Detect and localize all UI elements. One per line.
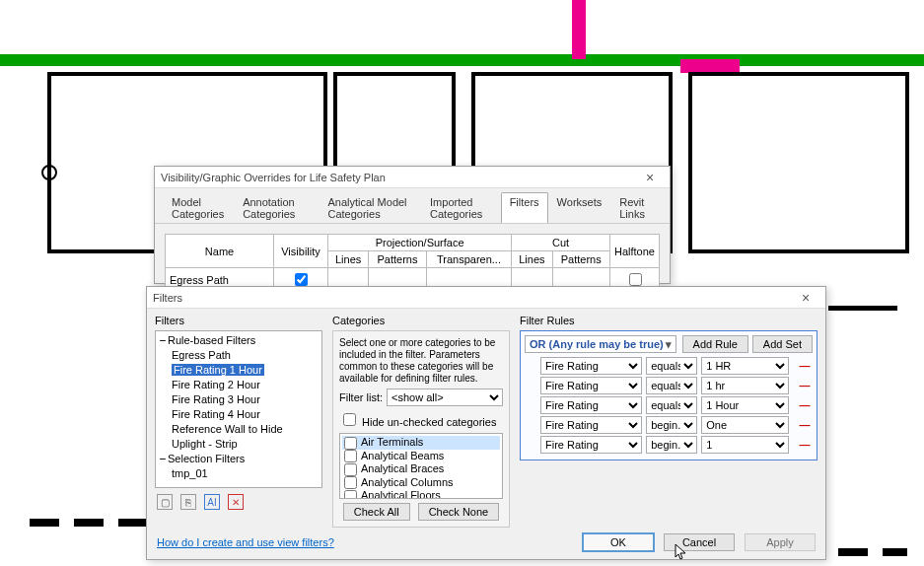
categories-list[interactable]: Air Terminals Analytical Beams Analytica… <box>339 433 503 499</box>
help-link[interactable]: How do I create and use view filters? <box>157 536 334 548</box>
tab-analytical-model-categories[interactable]: Analytical Model Categories <box>319 192 421 223</box>
vg-overrides-dialog: Visibility/Graphic Overrides for Life Sa… <box>154 166 671 284</box>
categories-panel-title: Categories <box>332 315 510 326</box>
vg-tab-row: Model Categories Annotation Categories A… <box>155 188 670 224</box>
tree-item[interactable]: Egress Path <box>172 348 320 363</box>
check-all-button[interactable]: Check All <box>343 503 410 521</box>
tab-filters[interactable]: Filters <box>501 192 548 223</box>
tree-item[interactable]: Fire Rating 2 Hour <box>172 378 320 392</box>
rule-field-select[interactable]: Fire Rating <box>540 357 642 375</box>
toolbar-copy-icon[interactable]: ⎘ <box>180 494 196 510</box>
hide-unchecked-label: Hide un-checked categories <box>362 416 496 428</box>
tab-worksets[interactable]: Worksets <box>548 192 611 223</box>
rule-row: Fire Ratingbegin...One— <box>540 416 813 434</box>
col-projection: Projection/Surface <box>328 235 512 251</box>
vg-dialog-title: Visibility/Graphic Overrides for Life Sa… <box>161 172 386 183</box>
rule-delete-icon[interactable]: — <box>797 439 813 451</box>
apply-button[interactable]: Apply <box>745 533 816 551</box>
vg-close-button[interactable]: × <box>636 170 664 185</box>
rule-op-select[interactable]: equals <box>646 357 697 375</box>
tab-revit-links[interactable]: Revit Links <box>610 192 662 223</box>
category-item[interactable]: Analytical Columns <box>342 476 500 490</box>
tab-annotation-categories[interactable]: Annotation Categories <box>234 192 319 223</box>
category-item[interactable]: Air Terminals <box>342 436 500 450</box>
check-none-button[interactable]: Check None <box>418 503 500 521</box>
ok-button[interactable]: OK <box>583 533 654 551</box>
tree-item-selected[interactable]: Fire Rating 1 Hour <box>172 364 264 376</box>
rule-field-select[interactable]: Fire Rating <box>540 416 642 434</box>
tree-rule-based[interactable]: Rule-based Filters <box>168 334 255 346</box>
col-proj-transparency: Transparen... <box>426 251 512 268</box>
row-halftone-check[interactable] <box>629 273 642 286</box>
rules-panel-title: Filter Rules <box>520 315 817 326</box>
rule-delete-icon[interactable]: — <box>797 399 813 411</box>
tab-imported-categories[interactable]: Imported Categories <box>421 192 501 223</box>
toolbar-new-icon[interactable]: ▢ <box>157 494 173 510</box>
rule-value-select[interactable]: 1 <box>701 436 789 454</box>
tree-item[interactable]: tmp_01 <box>172 466 320 481</box>
rule-op-select[interactable]: begin... <box>646 436 697 454</box>
tree-item[interactable]: Fire Rating 4 Hour <box>172 407 320 422</box>
tree-item[interactable]: Reference Wall to Hide <box>172 422 320 437</box>
rule-field-select[interactable]: Fire Rating <box>540 396 642 414</box>
toolbar-rename-icon[interactable]: AI <box>204 494 220 510</box>
rule-delete-icon[interactable]: — <box>797 360 813 372</box>
category-item[interactable]: Analytical Braces <box>342 462 500 476</box>
rule-op-select[interactable]: equals <box>646 396 697 414</box>
rule-delete-icon[interactable]: — <box>797 419 813 431</box>
rule-row: Fire Ratingequals1 HR— <box>540 357 813 375</box>
svg-rect-1 <box>0 54 924 66</box>
svg-rect-3 <box>680 59 740 73</box>
filter-list-select[interactable]: <show all> <box>387 389 503 406</box>
svg-rect-12 <box>828 306 897 311</box>
add-rule-button[interactable]: Add Rule <box>682 335 748 353</box>
rule-value-select[interactable]: One <box>701 416 789 434</box>
tab-model-categories[interactable]: Model Categories <box>163 192 234 223</box>
filter-list-label: Filter list: <box>339 391 383 403</box>
rule-value-select[interactable]: 1 HR <box>701 357 789 375</box>
tree-selection-filters[interactable]: Selection Filters <box>168 453 245 464</box>
rule-field-select[interactable]: Fire Rating <box>540 377 642 394</box>
rule-op-select[interactable]: begin... <box>646 416 697 434</box>
col-proj-patterns: Patterns <box>369 251 426 268</box>
col-name: Name <box>166 235 274 268</box>
rule-value-select[interactable]: 1 hr <box>701 377 789 394</box>
rule-row: Fire Ratingbegin...1— <box>540 436 813 454</box>
rule-delete-icon[interactable]: — <box>797 380 813 391</box>
filters-close-button[interactable]: × <box>792 290 819 306</box>
hide-unchecked-check[interactable]: Hide un-checked categories <box>339 410 503 429</box>
rule-value-select[interactable]: 1 Hour <box>701 396 789 414</box>
rule-field-select[interactable]: Fire Rating <box>540 436 642 454</box>
col-cut: Cut <box>512 235 610 251</box>
svg-rect-2 <box>572 0 586 59</box>
category-item[interactable]: Analytical Beams <box>342 450 500 463</box>
row-visibility-check[interactable] <box>295 273 308 286</box>
col-cut-patterns: Patterns <box>552 251 609 268</box>
col-visibility: Visibility <box>274 235 328 268</box>
rule-row: Fire Ratingequals1 Hour— <box>540 396 813 414</box>
rule-set-select[interactable]: OR (Any rule may be true) ▾ <box>525 335 676 353</box>
rule-op-select[interactable]: equals <box>646 377 697 394</box>
filters-tree[interactable]: −Rule-based Filters Egress Path Fire Rat… <box>155 330 322 488</box>
rule-row: Fire Ratingequals1 hr— <box>540 377 813 394</box>
filters-dialog-title: Filters <box>153 292 182 304</box>
col-halftone: Halftone <box>610 235 660 268</box>
filters-panel-title: Filters <box>155 315 322 326</box>
add-set-button[interactable]: Add Set <box>752 335 813 353</box>
category-item[interactable]: Analytical Floors <box>342 489 500 499</box>
toolbar-delete-icon[interactable]: ✕ <box>228 494 244 510</box>
col-cut-lines: Lines <box>512 251 552 268</box>
rules-panel: OR (Any rule may be true) ▾ Add Rule Add… <box>520 330 817 460</box>
col-proj-lines: Lines <box>328 251 369 268</box>
cancel-button[interactable]: Cancel <box>664 533 735 551</box>
tree-item[interactable]: Uplight - Strip <box>172 437 320 452</box>
categories-intro: Select one or more categories to be incl… <box>339 337 503 385</box>
filters-dialog: Filters × Filters −Rule-based Filters Eg… <box>146 286 826 560</box>
tree-item[interactable]: Fire Rating 3 Hour <box>172 392 320 407</box>
